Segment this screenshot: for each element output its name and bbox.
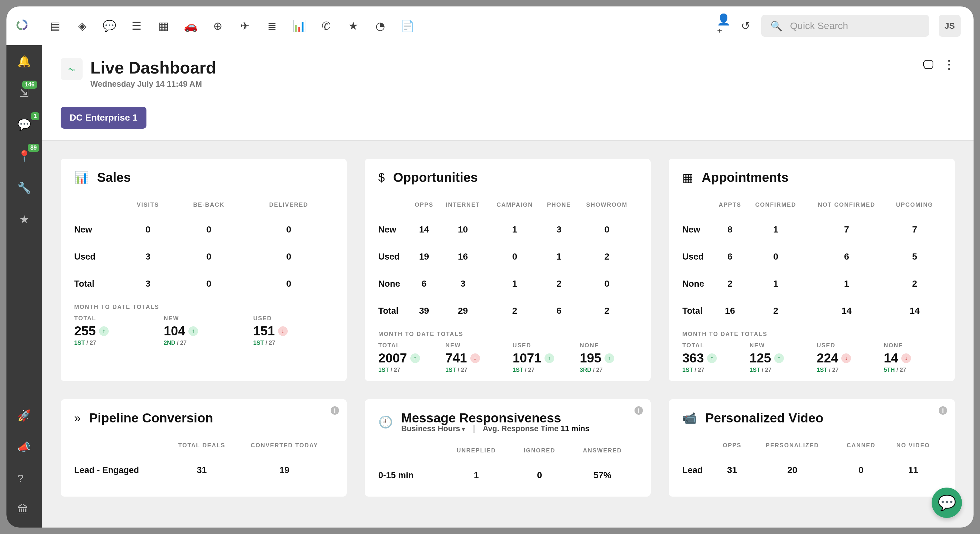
badge-b: 1: [31, 112, 39, 120]
mtd-label: MONTH TO DATE TOTALS: [74, 304, 333, 310]
display-icon[interactable]: 🖵: [923, 58, 934, 72]
appts-table: APPTSCONFIRMEDNOT CONFIRMEDUPCOMING New8…: [682, 200, 941, 324]
bank-icon[interactable]: 🏛: [18, 503, 31, 516]
launch-icon[interactable]: 🚀: [18, 409, 31, 422]
table-row: Lead3120011: [682, 457, 941, 484]
table-row: 0-15 min1057%: [379, 462, 638, 489]
chat-icon[interactable]: 💬: [103, 20, 116, 32]
mtd-row: TOTAL255 ↑1ST / 27NEW104 ↑2ND / 27USED15…: [74, 315, 333, 346]
list-icon[interactable]: ☰: [130, 20, 143, 32]
phone-icon[interactable]: ✆: [320, 20, 332, 32]
search-field[interactable]: 🔍: [761, 15, 929, 37]
messages-icon[interactable]: 💬1: [18, 118, 31, 131]
card-message-responsiveness: i 🕘 Message Responsiveness Business Hour…: [365, 399, 651, 497]
sales-table: VISITSBE-BACKDELIVERED New000 Used300 To…: [74, 200, 333, 297]
table-row: Total3929262: [379, 297, 638, 324]
card-opportunities: $Opportunities OPPSINTERNETCAMPAIGNPHONE…: [365, 159, 651, 381]
zoom-icon[interactable]: ⊕: [212, 20, 224, 32]
numlist-icon[interactable]: ≣: [266, 20, 278, 32]
trend-up-icon: ↑: [188, 326, 198, 336]
mtd-item: TOTAL2007 ↑1ST / 27: [379, 342, 436, 373]
sales-icon: 📊: [74, 171, 89, 184]
user-avatar[interactable]: JS: [939, 15, 961, 37]
trend-down-icon: ↓: [470, 353, 480, 363]
table-row: Total300: [74, 270, 333, 297]
opps-table: OPPSINTERNETCAMPAIGNPHONESHOWROOM New141…: [379, 200, 638, 324]
mtd-row: TOTAL363 ↑1ST / 27NEW125 ↑1ST / 27USED22…: [682, 342, 941, 373]
table-row: Used300: [74, 243, 333, 270]
search-icon: 🔍: [770, 20, 782, 32]
mtd-item: USED224 ↓1ST / 27: [817, 342, 874, 373]
chat-fab[interactable]: 💬: [932, 488, 962, 518]
calc-icon[interactable]: ▤: [49, 20, 61, 32]
card-title: Message Responsiveness: [401, 411, 590, 425]
target-icon[interactable]: ◈: [76, 20, 88, 32]
badge-c: 89: [28, 144, 39, 152]
info-icon[interactable]: i: [635, 406, 643, 415]
mtd-item: USED151 ↓1ST / 27: [253, 315, 333, 346]
pipeline-table: TOTAL DEALSCONVERTED TODAY Lead - Engage…: [74, 440, 333, 484]
car-icon[interactable]: 🚗: [185, 20, 197, 32]
tools-icon[interactable]: 🔧: [18, 181, 31, 194]
trend-up-icon: ↑: [707, 353, 717, 363]
table-row: Lead - Engaged3119: [74, 457, 333, 484]
trend-up-icon: ↑: [544, 353, 554, 363]
info-icon[interactable]: i: [331, 406, 339, 415]
hours-dropdown[interactable]: Business Hours: [401, 424, 460, 433]
barchart-icon[interactable]: 📊: [293, 20, 305, 32]
mtd-item: NEW741 ↓1ST / 27: [445, 342, 503, 373]
card-title: Sales: [97, 170, 131, 185]
calendar-icon[interactable]: ▦: [158, 20, 170, 32]
star-icon[interactable]: ★: [347, 20, 360, 32]
card-sales: 📊Sales VISITSBE-BACKDELIVERED New000 Use…: [60, 159, 347, 381]
card-title: Opportunities: [393, 170, 478, 185]
gauge-icon[interactable]: ◔: [374, 20, 387, 32]
search-input[interactable]: [789, 20, 920, 32]
pulse-icon: ⏦: [60, 58, 83, 80]
card-title: Personalized Video: [705, 411, 823, 425]
mtd-item: NEW104 ↑2ND / 27: [164, 315, 244, 346]
history-icon[interactable]: ↺: [739, 20, 752, 32]
table-row: New1410130: [379, 216, 638, 243]
card-appointments: ▦Appointments APPTSCONFIRMEDNOT CONFIRME…: [669, 159, 955, 381]
more-icon[interactable]: ⋮: [943, 58, 955, 72]
brand-logo[interactable]: [14, 17, 31, 34]
chevron-down-icon[interactable]: ▾: [462, 426, 465, 432]
add-user-icon[interactable]: 👤⁺: [718, 20, 730, 32]
card-title: Pipeline Conversion: [89, 411, 213, 425]
trend-down-icon: ↓: [841, 353, 851, 363]
inbox-icon[interactable]: ⇲146: [20, 86, 29, 99]
table-row: New8177: [682, 216, 941, 243]
entity-tab[interactable]: DC Enterprise 1: [60, 107, 146, 129]
info-icon[interactable]: i: [939, 406, 947, 415]
table-row: None2112: [682, 270, 941, 297]
page-title: Live Dashboard: [90, 58, 216, 77]
card-pipeline: i »Pipeline Conversion TOTAL DEALSCONVER…: [60, 399, 347, 497]
send-icon[interactable]: ✈: [239, 20, 251, 32]
doc-icon[interactable]: 📄: [401, 20, 414, 32]
trend-down-icon: ↓: [278, 326, 288, 336]
page-subtitle: Wednesday July 14 11:49 AM: [90, 79, 216, 89]
mtd-item: NONE14 ↓5TH / 27: [884, 342, 941, 373]
card-subtitle: Business Hours▾ | Avg. Response Time 11 …: [401, 424, 590, 433]
mtd-item: USED1071 ↑1ST / 27: [512, 342, 570, 373]
card-title: Appointments: [702, 170, 788, 185]
mtd-label: MONTH TO DATE TOTALS: [682, 331, 941, 338]
sidebar: 🔔 ⇲146 💬1 📍89 🔧 ★ 🚀 📣 ? 🏛: [6, 45, 42, 528]
video-table: OPPSPERSONALIZEDCANNEDNO VIDEO Lead31200…: [682, 440, 941, 484]
table-row: Used1916012: [379, 243, 638, 270]
mtd-item: TOTAL255 ↑1ST / 27: [74, 315, 154, 346]
tabs-row: DC Enterprise 1: [42, 107, 974, 141]
mtd-item: TOTAL363 ↑1ST / 27: [682, 342, 740, 373]
mtd-item: NONE195 ↑3RD / 27: [580, 342, 637, 373]
table-row: Used6065: [682, 243, 941, 270]
content-area: ⏦ Live Dashboard Wednesday July 14 11:49…: [42, 45, 974, 528]
top-toolbar: ▤ ◈ 💬 ☰ ▦ 🚗 ⊕ ✈ ≣ 📊 ✆ ★ ◔ 📄 👤⁺ ↺ 🔍 JS: [6, 6, 974, 45]
favorites-icon[interactable]: ★: [19, 213, 29, 226]
msg-table: UNREPLIEDIGNOREDANSWERED 0-15 min1057%: [379, 445, 638, 489]
announce-icon[interactable]: 📣: [18, 440, 31, 453]
help-icon[interactable]: ?: [18, 472, 31, 485]
notifications-icon[interactable]: 🔔: [18, 55, 31, 68]
table-row: New000: [74, 216, 333, 243]
location-icon[interactable]: 📍89: [18, 149, 31, 162]
